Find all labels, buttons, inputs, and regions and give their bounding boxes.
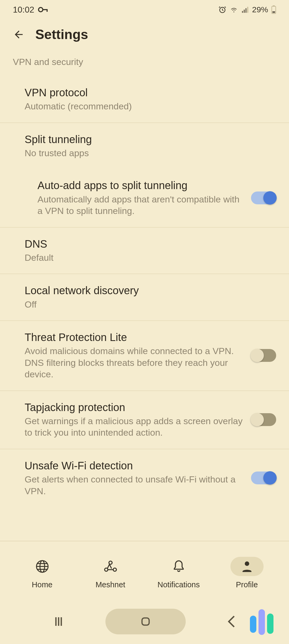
nav-label: Home [32,580,52,589]
item-title: Tapjacking protection [25,401,244,414]
sys-recents-button[interactable] [52,615,65,628]
svg-rect-9 [273,5,275,6]
item-sub: Automatically add apps that aren't compa… [37,194,244,217]
item-title: Auto-add apps to split tunneling [37,179,244,192]
wifi-icon [230,6,238,13]
toggle-threat-protection[interactable] [251,349,276,362]
item-split-tunneling[interactable]: Split tunneling No trusted apps [0,123,289,169]
battery-icon [271,5,276,14]
svg-rect-6 [245,8,246,13]
svg-point-0 [39,7,43,12]
item-title: Threat Protection Lite [25,331,244,344]
bell-icon [172,559,185,574]
item-title: Local network discovery [25,284,276,297]
item-title: VPN protocol [25,86,276,99]
nav-label: Profile [236,580,258,589]
svg-rect-4 [242,11,243,13]
settings-list: VPN protocol Automatic (recommended) Spl… [0,76,289,507]
nav-label: Meshnet [96,580,125,589]
toggle-tapjacking[interactable] [251,413,276,426]
item-unsafe-wifi[interactable]: Unsafe Wi-Fi detection Get alerts when c… [0,449,289,507]
item-threat-protection[interactable]: Threat Protection Lite Avoid malicious d… [0,321,289,391]
profile-icon [240,560,254,573]
bottom-nav: Home Meshnet Notifications Profile [0,541,289,599]
back-button[interactable] [13,29,25,40]
svg-point-16 [245,561,249,566]
status-bar: 10:02 29% [0,0,289,19]
item-sub: Get alerts when connected to unsafe Wi-F… [25,474,244,497]
svg-point-15 [109,561,112,564]
item-title: Unsafe Wi-Fi detection [25,459,244,473]
toggle-auto-add[interactable] [251,191,276,204]
svg-rect-17 [142,618,149,625]
item-title: DNS [25,237,276,251]
nav-home[interactable]: Home [8,557,76,589]
item-dns[interactable]: DNS Default [0,228,289,274]
nav-label: Notifications [158,580,200,589]
globe-icon [35,559,49,573]
svg-rect-2 [47,9,48,12]
item-sub: Automatic (recommended) [25,101,276,112]
item-vpn-protocol[interactable]: VPN protocol Automatic (recommended) [0,76,289,123]
signal-icon [241,6,249,13]
item-tapjacking-protection[interactable]: Tapjacking protection Get warnings if a … [0,391,289,449]
svg-rect-10 [272,11,275,13]
status-time: 10:02 [13,5,34,15]
nav-profile[interactable]: Profile [213,557,281,589]
nav-meshnet[interactable]: Meshnet [76,557,144,589]
item-sub: Default [25,252,276,264]
item-sub: Get warnings if a malicious app adds a s… [25,415,244,439]
nav-notifications[interactable]: Notifications [144,557,213,589]
item-title: Split tunneling [25,133,276,146]
toggle-unsafe-wifi[interactable] [251,471,276,484]
sys-back-button[interactable] [226,615,237,628]
item-sub: Off [25,299,276,310]
svg-rect-7 [247,7,248,13]
page-header: Settings [0,19,289,53]
assistant-widget[interactable] [250,605,273,635]
item-auto-add-split-tunneling[interactable]: Auto-add apps to split tunneling Automat… [0,169,289,227]
item-sub: No trusted apps [25,147,276,159]
battery-percent: 29% [252,5,268,14]
sys-home-button[interactable] [105,609,186,634]
vpn-key-icon [38,7,49,13]
svg-rect-5 [244,10,245,13]
svg-point-14 [113,568,116,571]
system-nav-bar [0,599,289,644]
meshnet-icon [103,559,118,573]
alarm-icon [218,6,226,14]
item-local-network-discovery[interactable]: Local network discovery Off [0,274,289,321]
page-title: Settings [35,27,88,42]
section-label-vpn: VPN and security [0,53,289,76]
item-sub: Avoid malicious domains while connected … [25,345,244,380]
